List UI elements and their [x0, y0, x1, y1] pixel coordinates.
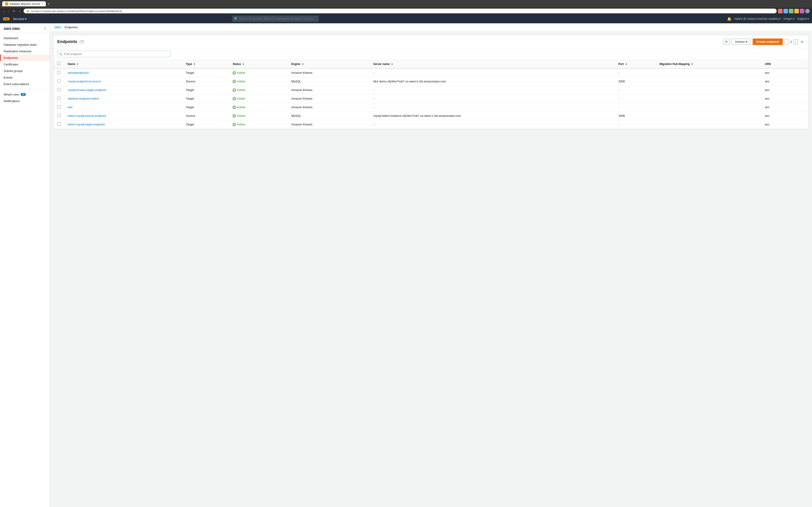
row-checkbox-1[interactable]	[57, 79, 60, 82]
sidebar-item-notifications[interactable]: Notifications	[0, 98, 50, 104]
breadcrumb: DMS › Endpoints	[50, 23, 812, 32]
sidebar-item-migration-tasks[interactable]: Database migration tasks	[0, 42, 50, 48]
profile-button[interactable]	[805, 9, 810, 13]
address-bar[interactable]: 🔒 us-west-2.console.aws.amazon.com/dms/v…	[23, 9, 777, 13]
header-name[interactable]: Name ⬍	[64, 60, 183, 68]
header-type[interactable]: Type ⬍	[183, 60, 229, 68]
forward-button[interactable]: ›	[7, 9, 10, 13]
header-server-name[interactable]: Server name ⬍	[370, 60, 615, 68]
endpoint-link-5[interactable]: twitch-mysql-source-endpoint	[68, 114, 106, 117]
sidebar-item-replication-instances[interactable]: Replication instances	[0, 48, 50, 55]
row-checkbox-4[interactable]	[57, 105, 60, 108]
row-checkbox-0[interactable]	[57, 71, 60, 74]
row-checkbox-cell-3[interactable]	[54, 94, 64, 103]
row-checkbox-cell-0[interactable]	[54, 68, 64, 77]
services-label: Services	[13, 17, 24, 20]
sidebar-item-certificates[interactable]: Certificates	[0, 61, 50, 68]
status-active-icon-3: ✓	[233, 97, 236, 100]
row-arn-3: arn:	[761, 94, 808, 103]
back-button[interactable]: ‹	[2, 9, 6, 13]
header-migration-hub[interactable]: Migration Hub Mapping ⬍	[656, 60, 761, 68]
notifications-icon[interactable]: 🔔	[727, 17, 731, 21]
browser-tab[interactable]: Database Migration Service ×	[2, 1, 46, 6]
select-all-checkbox[interactable]	[57, 62, 60, 65]
endpoint-link-0[interactable]: airbnbendpoint2	[68, 71, 89, 74]
table-settings-icon[interactable]: ⚙	[800, 39, 805, 45]
row-status-2: ✓ Active	[229, 86, 288, 94]
support-menu[interactable]: Support ▾	[797, 17, 809, 20]
sidebar-item-whats-new[interactable]: What's new 13	[0, 91, 50, 98]
row-mapping-6	[656, 120, 761, 129]
ext-icon-4[interactable]	[794, 9, 799, 13]
ext-icon-2[interactable]	[783, 9, 788, 13]
row-arn-1: arn:	[761, 77, 808, 86]
row-checkbox-cell-1[interactable]	[54, 77, 64, 86]
row-checkbox-cell-2[interactable]	[54, 86, 64, 94]
arn-text-1: arn:	[765, 80, 778, 83]
home-button[interactable]: ⌂	[18, 9, 22, 13]
endpoint-link-1[interactable]: mysql-endpoint-id-source	[68, 80, 101, 83]
row-checkbox-cell-5[interactable]	[54, 112, 64, 120]
sidebar-item-dashboard[interactable]: Dashboard	[0, 35, 50, 42]
endpoint-link-6[interactable]: twitch-mysql-target-endpoint	[68, 123, 105, 126]
ext-icon-3[interactable]	[789, 9, 794, 13]
services-menu[interactable]: Services ▾	[13, 17, 27, 20]
create-endpoint-button[interactable]: Create endpoint	[753, 39, 783, 45]
user-chevron-icon: ▾	[779, 17, 781, 20]
sidebar-certificates-label: Certificates	[4, 63, 18, 66]
aws-logo[interactable]: aws	[3, 17, 9, 20]
table-row: mysql-kinesis-target-endpoint Target ✓ A…	[54, 86, 808, 94]
endpoint-link-2[interactable]: mysql-kinesis-target-endpoint	[68, 88, 106, 92]
sidebar-item-events[interactable]: Events	[0, 74, 50, 81]
pagination-next-button[interactable]: ›	[794, 39, 798, 44]
endpoint-link-3[interactable]: sfairbnb-endpoint-twitch	[68, 97, 99, 100]
user-account[interactable]: nadine @ rockset-customer-sandbox ▾	[734, 17, 781, 20]
sidebar-item-endpoints[interactable]: Endpoints	[0, 55, 50, 61]
row-checkbox-2[interactable]	[57, 88, 60, 91]
row-port-4: -	[615, 103, 656, 112]
sidebar-whats-new-label: What's new	[4, 93, 19, 96]
refresh-button[interactable]: ↻	[723, 39, 730, 45]
row-server-5: mysql-twitch-instance.cfy34nr7rub7.us-we…	[370, 112, 615, 120]
status-label-2: Active	[237, 88, 245, 92]
url-text: us-west-2.console.aws.amazon.com/dms/v2/…	[31, 10, 774, 12]
status-active-icon-1: ✓	[233, 80, 236, 83]
endpoint-link-4[interactable]: test	[68, 106, 72, 109]
sidebar-close-button[interactable]: ×	[44, 26, 46, 31]
arn-text-5: arn:	[765, 114, 778, 117]
row-engine-5: MySQL	[288, 112, 370, 120]
row-status-1: ✓ Active	[229, 77, 288, 86]
row-port-0: -	[615, 68, 656, 77]
status-active-icon-5: ✓	[233, 114, 236, 117]
pagination-prev-button[interactable]: ‹	[784, 39, 789, 44]
header-port[interactable]: Port ⬍	[615, 60, 656, 68]
name-sort-icon: ⬍	[77, 63, 79, 65]
new-tab-button[interactable]: +	[48, 2, 50, 6]
row-checkbox-6[interactable]	[57, 122, 60, 126]
header-engine[interactable]: Engine ⬍	[288, 60, 370, 68]
header-status[interactable]: Status ⬍	[229, 60, 288, 68]
row-checkbox-3[interactable]	[57, 97, 60, 100]
row-arn-0: arn:	[761, 68, 808, 77]
endpoint-search-input[interactable]	[57, 51, 170, 57]
ext-icon-1[interactable]	[778, 9, 782, 13]
header-select-all[interactable]	[54, 60, 64, 68]
tab-close-button[interactable]: ×	[42, 2, 43, 5]
row-checkbox-cell-4[interactable]	[54, 103, 64, 112]
table-row: twitch-mysql-source-endpoint Source ✓ Ac…	[54, 112, 808, 120]
ext-icon-5[interactable]	[800, 9, 804, 13]
arn-text-3: arn:	[765, 97, 778, 100]
breadcrumb-dms-link[interactable]: DMS	[54, 25, 61, 29]
row-checkbox-cell-6[interactable]	[54, 120, 64, 129]
row-port-3: -	[615, 94, 656, 103]
region-selector[interactable]: Oregon ▾	[783, 17, 795, 20]
reload-button[interactable]: ↻	[11, 9, 16, 13]
row-mapping-2	[656, 86, 761, 94]
global-search-input[interactable]	[233, 16, 318, 22]
sidebar-item-event-subscriptions[interactable]: Event subscriptions	[0, 81, 50, 88]
actions-button[interactable]: Actions ▾	[731, 39, 751, 45]
global-search[interactable]: 🔍	[233, 16, 318, 22]
sidebar-item-subnet-groups[interactable]: Subnet groups	[0, 68, 50, 74]
row-checkbox-5[interactable]	[57, 114, 60, 117]
panel-header-actions: ↻ Actions ▾ Create endpoint ‹ 1 › ⚙	[723, 39, 805, 45]
